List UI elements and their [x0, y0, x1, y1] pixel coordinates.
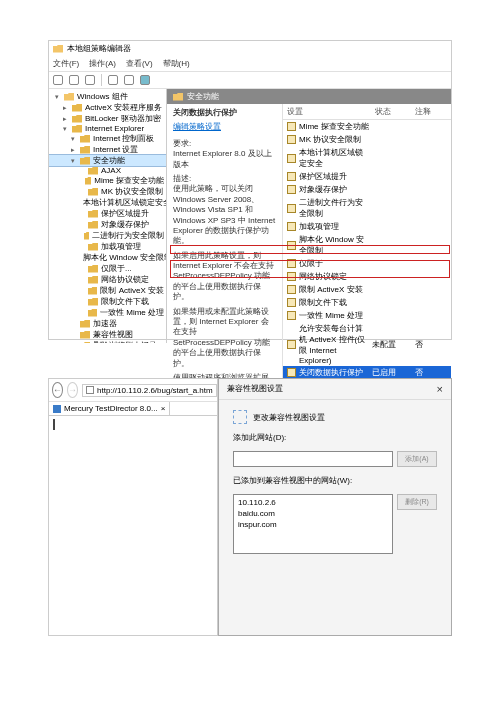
folder-icon	[88, 309, 97, 317]
list-row[interactable]: MK 协议安全限制	[283, 133, 451, 146]
setting-icon	[287, 154, 296, 163]
row-name: 限制文件下载	[299, 297, 369, 308]
expander-icon[interactable]: ▾	[61, 125, 69, 133]
list-row[interactable]: 本地计算机区域锁定安全	[283, 146, 451, 170]
tree-item[interactable]: AJAX	[49, 166, 166, 175]
list-row[interactable]: Mime 探查安全功能	[283, 120, 451, 133]
separator	[101, 74, 102, 86]
tree-pane[interactable]: ▾ Windows 组件 ▸ActiveX 安装程序服务▸BitLocker 驱…	[49, 89, 167, 343]
tree-item[interactable]: 限制文件下载	[49, 296, 166, 307]
tab-close-icon[interactable]: ×	[161, 404, 166, 413]
add-site-input[interactable]	[233, 451, 393, 467]
address-bar[interactable]: http://10.110.2.6/bug/start_a.htm	[82, 384, 217, 397]
up-icon[interactable]	[85, 75, 95, 85]
ie-toolbar: ← → http://10.110.2.6/bug/start_a.htm	[49, 379, 217, 402]
tree-item[interactable]: ▸Internet 设置	[49, 144, 166, 155]
tree-item[interactable]: 网络协议锁定	[49, 274, 166, 285]
sites-listbox[interactable]: 10.110.2.6baidu.cominspur.com	[233, 494, 393, 554]
desc-body2: 如果启用此策略设置，则 Internet Explorer 不会在支持 SetP…	[173, 251, 276, 303]
tree-item-label: 加载项管理	[101, 241, 141, 252]
add-button[interactable]: 添加(A)	[397, 451, 437, 467]
row-status: 未配置	[372, 339, 412, 350]
gpedit-window: 本地组策略编辑器 文件(F) 操作(A) 查看(V) 帮助(H) ▾ Windo…	[48, 40, 452, 340]
tree-item[interactable]: 本地计算机区域锁定安全	[49, 197, 166, 208]
tree-item[interactable]: 脚本化 Window 安全限制	[49, 252, 166, 263]
menu-file[interactable]: 文件(F)	[53, 58, 79, 69]
filter-icon[interactable]	[140, 75, 150, 85]
list-row[interactable]: 加载项管理	[283, 220, 451, 233]
col-status[interactable]: 状态	[375, 106, 415, 117]
tree-item[interactable]: 保护区域提升	[49, 208, 166, 219]
tree-item[interactable]: Mime 探查安全功能	[49, 175, 166, 186]
site-item[interactable]: inspur.com	[238, 519, 388, 530]
list-row[interactable]: 二进制文件行为安全限制	[283, 196, 451, 220]
tree-item[interactable]: ▾Internet Explorer	[49, 124, 166, 133]
browser-tab[interactable]: Mercury TestDirector 8.0... ×	[49, 402, 170, 415]
expander-icon[interactable]: ▸	[61, 104, 69, 112]
tree-item[interactable]: MK 协议安全限制	[49, 186, 166, 197]
tree-item[interactable]: 兼容性视图	[49, 329, 166, 340]
setting-icon	[287, 259, 296, 268]
tree-item-label: 限制文件下载	[101, 296, 149, 307]
back-icon[interactable]	[53, 75, 63, 85]
row-name: 限制 ActiveX 安装	[299, 284, 369, 295]
forward-icon[interactable]: →	[67, 382, 78, 398]
list-row[interactable]: 允许安装每台计算机 ActiveX 控件(仅限 Internet Explore…	[283, 322, 451, 366]
list-row[interactable]: 网络协议锁定	[283, 270, 451, 283]
main-split: ▾ Windows 组件 ▸ActiveX 安装程序服务▸BitLocker 驱…	[49, 89, 451, 343]
help-icon[interactable]	[124, 75, 134, 85]
expander-icon[interactable]: ▸	[69, 146, 77, 154]
edit-link[interactable]: 编辑策略设置	[173, 122, 276, 132]
menu-action[interactable]: 操作(A)	[89, 58, 116, 69]
menu-help[interactable]: 帮助(H)	[163, 58, 190, 69]
dialog-body: 更改兼容性视图设置 添加此网站(D): 添加(A) 已添加到兼容性视图中的网站(…	[219, 400, 451, 564]
tree-item[interactable]: 仅限于...	[49, 263, 166, 274]
forward-icon[interactable]	[69, 75, 79, 85]
list-row[interactable]: 对象缓存保护	[283, 183, 451, 196]
tree-item[interactable]: ▸ActiveX 安装程序服务	[49, 102, 166, 113]
list-row[interactable]: 保护区域提升	[283, 170, 451, 183]
tree-item[interactable]: ▾Internet 控制面板	[49, 133, 166, 144]
expander-icon[interactable]: ▾	[69, 157, 77, 165]
tree-root[interactable]: ▾ Windows 组件	[49, 91, 166, 102]
list-row: 10.110.2.6baidu.cominspur.com 删除(R)	[233, 494, 437, 554]
folder-icon	[80, 157, 90, 165]
tree-item[interactable]: 加速器	[49, 318, 166, 329]
desc-body3: 如果禁用或未配置此策略设置，则 Internet Explorer 会在支持 S…	[173, 307, 276, 369]
tree-item[interactable]: 一致性 Mime 处理	[49, 307, 166, 318]
tree-item[interactable]: 删除浏览历史记录	[49, 340, 166, 343]
col-note[interactable]: 注释	[415, 106, 447, 117]
list-row[interactable]: 一致性 Mime 处理	[283, 309, 451, 322]
setting-icon	[287, 241, 296, 250]
list-row[interactable]: 脚本化 Window 安全限制	[283, 233, 451, 257]
dialog-title: 兼容性视图设置	[227, 383, 283, 395]
list-row[interactable]: 限制文件下载	[283, 296, 451, 309]
row-name: MK 协议安全限制	[299, 134, 369, 145]
dialog-subtitle: 更改兼容性视图设置	[253, 412, 325, 423]
list-row[interactable]: 限制 ActiveX 安装	[283, 283, 451, 296]
site-item[interactable]: 10.110.2.6	[238, 497, 388, 508]
col-setting[interactable]: 设置	[287, 106, 375, 117]
folder-icon	[72, 104, 82, 112]
tree-item[interactable]: 对象缓存保护	[49, 219, 166, 230]
back-icon[interactable]: ←	[52, 382, 63, 398]
setting-icon	[287, 285, 296, 294]
tree-item-label: 加速器	[93, 318, 117, 329]
tree-item[interactable]: 二进制行为安全限制	[49, 230, 166, 241]
site-item[interactable]: baidu.com	[238, 508, 388, 519]
refresh-icon[interactable]	[108, 75, 118, 85]
tree-item-label: Internet Explorer	[85, 124, 144, 133]
menu-view[interactable]: 查看(V)	[126, 58, 153, 69]
expander-icon[interactable]: ▾	[53, 93, 61, 101]
expander-icon[interactable]: ▸	[61, 115, 69, 123]
tree-item[interactable]: ▾安全功能	[49, 155, 166, 166]
compat-dialog: 兼容性视图设置 × 更改兼容性视图设置 添加此网站(D): 添加(A) 已添加到…	[218, 378, 452, 636]
close-icon[interactable]: ×	[437, 383, 443, 395]
list-row[interactable]: 仅限于	[283, 257, 451, 270]
tree-item[interactable]: ▸BitLocker 驱动器加密	[49, 113, 166, 124]
folder-icon	[173, 93, 183, 101]
remove-button[interactable]: 删除(R)	[397, 494, 437, 510]
tree-item[interactable]: 加载项管理	[49, 241, 166, 252]
tree-item[interactable]: 限制 ActiveX 安装	[49, 285, 166, 296]
expander-icon[interactable]: ▾	[69, 135, 77, 143]
